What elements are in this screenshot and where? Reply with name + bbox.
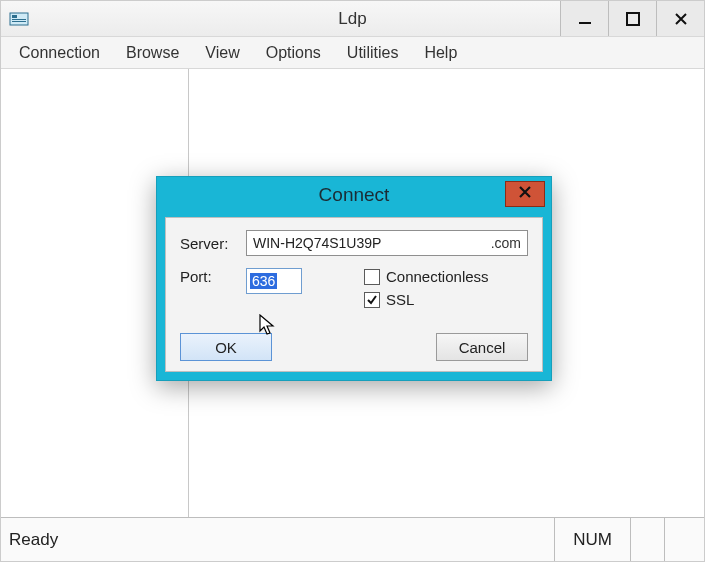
ssl-checkbox[interactable]: SSL <box>364 291 489 308</box>
status-empty-1 <box>630 518 664 561</box>
menu-connection[interactable]: Connection <box>7 40 112 66</box>
checkbox-box-icon <box>364 269 380 285</box>
app-icon <box>9 9 29 29</box>
ssl-label: SSL <box>386 291 414 308</box>
status-text-ready: Ready <box>7 530 58 550</box>
minimize-button[interactable] <box>560 1 608 36</box>
status-bar: Ready NUM <box>1 517 704 561</box>
ok-label: OK <box>215 339 237 356</box>
connectionless-label: Connectionless <box>386 268 489 285</box>
window-controls <box>560 1 704 36</box>
menu-options[interactable]: Options <box>254 40 333 66</box>
cancel-label: Cancel <box>459 339 506 356</box>
dialog-body: Server: WIN-H2Q74S1U39P .com Port: 636 C… <box>165 217 543 372</box>
port-input[interactable]: 636 <box>246 268 302 294</box>
title-bar: Ldp <box>1 1 704 37</box>
maximize-button[interactable] <box>608 1 656 36</box>
connectionless-checkbox[interactable]: Connectionless <box>364 268 489 285</box>
server-input[interactable]: WIN-H2Q74S1U39P .com <box>246 230 528 256</box>
svg-rect-3 <box>12 21 26 22</box>
menu-browse[interactable]: Browse <box>114 40 191 66</box>
status-empty-2 <box>664 518 698 561</box>
ok-button[interactable]: OK <box>180 333 272 361</box>
menu-utilities[interactable]: Utilities <box>335 40 411 66</box>
dialog-title: Connect <box>157 184 551 206</box>
svg-rect-1 <box>12 15 17 18</box>
port-value: 636 <box>250 273 277 289</box>
checkbox-group: Connectionless SSL <box>364 268 489 308</box>
connect-dialog: Connect Server: WIN-H2Q74S1U39P .com Por… <box>156 176 552 381</box>
checkbox-box-icon <box>364 292 380 308</box>
close-icon <box>518 184 532 204</box>
close-button[interactable] <box>656 1 704 36</box>
port-label: Port: <box>180 268 246 285</box>
menu-help[interactable]: Help <box>412 40 469 66</box>
server-suffix: .com <box>485 235 521 251</box>
server-row: Server: WIN-H2Q74S1U39P .com <box>180 230 528 256</box>
dialog-close-button[interactable] <box>505 181 545 207</box>
server-label: Server: <box>180 235 246 252</box>
cancel-button[interactable]: Cancel <box>436 333 528 361</box>
server-value: WIN-H2Q74S1U39P <box>253 235 485 251</box>
status-numlock: NUM <box>554 518 630 561</box>
dialog-button-row: OK Cancel <box>180 333 528 361</box>
menu-bar: Connection Browse View Options Utilities… <box>1 37 704 69</box>
menu-view[interactable]: View <box>193 40 251 66</box>
svg-rect-2 <box>12 19 26 20</box>
svg-rect-4 <box>579 22 591 24</box>
port-row: Port: 636 Connectionless SSL <box>180 268 528 308</box>
svg-rect-5 <box>627 13 639 25</box>
dialog-title-bar[interactable]: Connect <box>157 177 551 213</box>
